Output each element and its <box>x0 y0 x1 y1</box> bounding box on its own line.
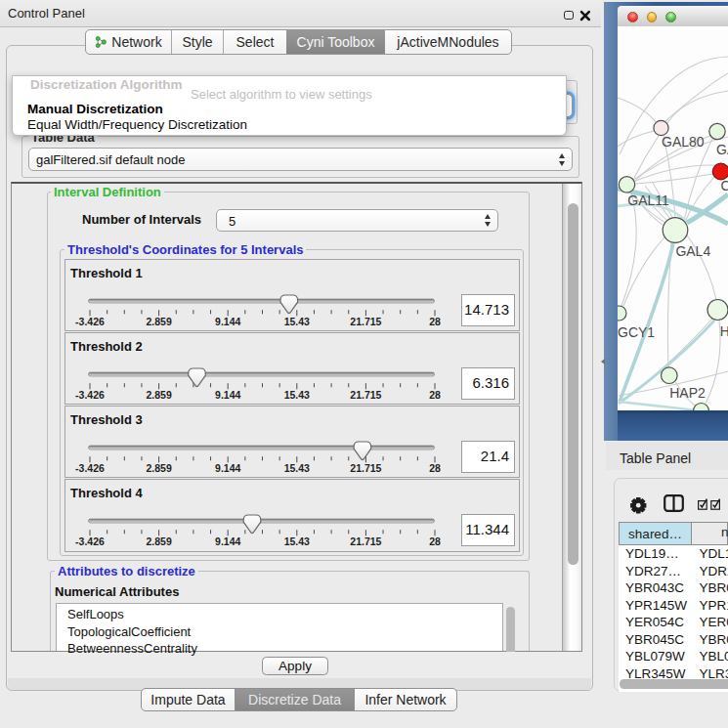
svg-text:28: 28 <box>429 316 441 327</box>
svg-text:28: 28 <box>429 535 441 547</box>
svg-text:H: H <box>720 323 728 339</box>
svg-text:GCY1: GCY1 <box>618 324 655 340</box>
svg-text:GAL4: GAL4 <box>675 243 710 259</box>
svg-text:9.144: 9.144 <box>215 389 240 401</box>
svg-text:-3.426: -3.426 <box>75 389 105 401</box>
svg-text:15.43: 15.43 <box>284 389 310 401</box>
svg-text:28: 28 <box>429 389 441 401</box>
svg-text:15.43: 15.43 <box>284 462 310 474</box>
svg-text:15.43: 15.43 <box>284 535 310 547</box>
svg-text:21.715: 21.715 <box>350 389 381 401</box>
svg-text:15.43: 15.43 <box>284 316 310 327</box>
svg-text:2.859: 2.859 <box>146 462 171 474</box>
svg-text:-3.426: -3.426 <box>75 462 105 474</box>
svg-text:CY: CY <box>721 178 728 193</box>
svg-text:Threshold 2: Threshold 2 <box>70 339 143 354</box>
svg-text:28: 28 <box>429 462 441 474</box>
svg-text:2.859: 2.859 <box>146 316 171 327</box>
svg-text:GAL80: GAL80 <box>662 134 705 150</box>
svg-text:GAL11: GAL11 <box>627 193 669 208</box>
svg-text:9.144: 9.144 <box>215 535 240 547</box>
svg-text:Threshold 3: Threshold 3 <box>70 412 143 427</box>
svg-text:9.144: 9.144 <box>215 316 240 327</box>
svg-text:2.859: 2.859 <box>146 389 171 401</box>
svg-text:21.715: 21.715 <box>350 462 381 474</box>
svg-text:GA: GA <box>716 142 728 157</box>
svg-text:9.144: 9.144 <box>215 462 240 474</box>
svg-text:21.715: 21.715 <box>350 316 381 327</box>
svg-text:HAP2: HAP2 <box>669 385 706 401</box>
svg-text:-3.426: -3.426 <box>75 316 105 327</box>
svg-text:2.859: 2.859 <box>146 535 171 547</box>
svg-text:Threshold 1: Threshold 1 <box>70 266 143 280</box>
svg-text:21.715: 21.715 <box>350 535 381 547</box>
svg-text:Threshold 4: Threshold 4 <box>70 486 143 500</box>
svg-text:-3.426: -3.426 <box>75 535 105 547</box>
